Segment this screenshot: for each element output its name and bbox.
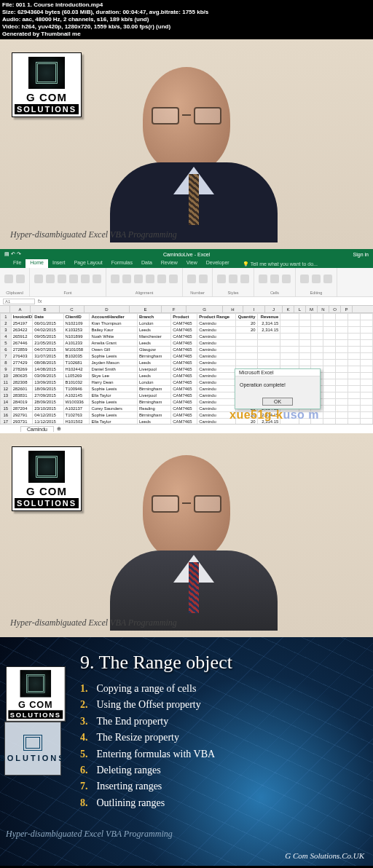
cell[interactable]: [348, 327, 361, 334]
cell[interactable]: [257, 353, 280, 360]
cell[interactable]: [257, 334, 280, 340]
ribbon-button-icon[interactable]: [157, 275, 166, 283]
cell[interactable]: [361, 379, 373, 386]
cell[interactable]: 27/09/2015: [33, 392, 63, 399]
cell[interactable]: T100946: [63, 386, 90, 392]
cell[interactable]: [323, 347, 336, 353]
cell[interactable]: [280, 314, 299, 320]
cell[interactable]: 2,314.15: [257, 320, 280, 327]
cell[interactable]: 06/01/2015: [33, 320, 63, 327]
column-header[interactable]: N: [318, 306, 329, 312]
cell[interactable]: CAM7465: [171, 347, 197, 353]
cell[interactable]: 04/12/2015: [33, 412, 63, 419]
cell[interactable]: Camindu: [197, 373, 236, 379]
row-header[interactable]: 12: [1, 386, 12, 392]
cell[interactable]: [361, 327, 373, 334]
ribbon-button-icon[interactable]: [4, 275, 13, 283]
column-header[interactable]: O: [329, 306, 341, 312]
cell[interactable]: [336, 373, 348, 379]
cell[interactable]: [299, 340, 311, 347]
cell[interactable]: [299, 327, 311, 334]
cell[interactable]: N101899: [63, 334, 90, 340]
cell[interactable]: Camindu: [197, 340, 236, 347]
column-header[interactable]: I: [243, 306, 265, 312]
cell[interactable]: [361, 406, 373, 412]
cell[interactable]: 283831: [11, 392, 33, 399]
cell[interactable]: Sophie Lewis: [90, 353, 137, 360]
cell[interactable]: Revenue: [257, 314, 280, 320]
row-header[interactable]: 16: [1, 412, 12, 419]
cell[interactable]: [361, 347, 373, 353]
cell[interactable]: [299, 334, 311, 340]
cell[interactable]: [323, 327, 336, 334]
column-header[interactable]: D: [85, 306, 130, 312]
cell[interactable]: [348, 412, 361, 419]
cell[interactable]: 08/08/2015: [33, 360, 63, 366]
cell[interactable]: 278269: [11, 366, 33, 373]
cell[interactable]: [348, 353, 361, 360]
ribbon-button-icon[interactable]: [134, 275, 143, 283]
cell[interactable]: 272859: [11, 347, 33, 353]
row-header[interactable]: 4: [1, 334, 12, 340]
cell[interactable]: 11/12/2015: [33, 419, 63, 425]
cell[interactable]: CAM7465: [171, 406, 197, 412]
ribbon-button-icon[interactable]: [46, 275, 55, 283]
dialog-ok-button[interactable]: OK: [262, 398, 293, 406]
cell[interactable]: M101058: [63, 347, 90, 353]
cell[interactable]: Harry Dean: [90, 379, 137, 386]
cell[interactable]: 2,314.15: [257, 327, 280, 334]
cell[interactable]: [348, 419, 361, 425]
cell[interactable]: 267446: [11, 340, 33, 347]
cell[interactable]: 18/09/2015: [33, 386, 63, 392]
column-header[interactable]: L: [294, 306, 306, 312]
cell[interactable]: [361, 392, 373, 399]
cell[interactable]: A102137: [63, 406, 90, 412]
cell[interactable]: CAM7465: [171, 392, 197, 399]
cell[interactable]: [336, 320, 348, 327]
cell[interactable]: [336, 379, 348, 386]
cell[interactable]: [257, 347, 280, 353]
cell[interactable]: 09/05/2015: [33, 334, 63, 340]
cell[interactable]: [336, 419, 348, 425]
cell[interactable]: T102681: [63, 360, 90, 366]
ribbon-button-icon[interactable]: [122, 275, 131, 283]
cell[interactable]: [361, 366, 373, 373]
cell[interactable]: CAM7465: [171, 399, 197, 406]
cell[interactable]: 04/07/2015: [33, 347, 63, 353]
fx-icon[interactable]: fx: [38, 299, 42, 304]
cell[interactable]: Branch: [137, 314, 170, 320]
cell[interactable]: Noah White: [90, 334, 137, 340]
row-header[interactable]: 15: [1, 406, 12, 412]
cell[interactable]: [323, 373, 336, 379]
cell[interactable]: [336, 366, 348, 373]
cell[interactable]: [323, 386, 336, 392]
cell[interactable]: 20: [236, 320, 258, 327]
cell[interactable]: [257, 360, 280, 366]
cell[interactable]: Birmingham: [137, 386, 170, 392]
ribbon-button-icon[interactable]: [58, 275, 66, 283]
column-header[interactable]: C: [60, 306, 85, 312]
row-header[interactable]: 6: [1, 347, 12, 353]
cell[interactable]: [280, 353, 299, 360]
ribbon-button-icon[interactable]: [146, 275, 154, 283]
cell[interactable]: [361, 320, 373, 327]
cell[interactable]: Ella Taylor: [90, 392, 137, 399]
cell[interactable]: [348, 379, 361, 386]
column-header[interactable]: A: [10, 306, 31, 312]
row-header[interactable]: 10: [1, 373, 12, 379]
cell[interactable]: CAM7465: [171, 379, 197, 386]
cell[interactable]: Reading: [137, 406, 170, 412]
cell[interactable]: [361, 340, 373, 347]
ribbon-tab-view[interactable]: View: [182, 259, 202, 268]
cell[interactable]: A101233: [63, 340, 90, 347]
column-header[interactable]: M: [306, 306, 318, 312]
cell[interactable]: CAM7465: [171, 412, 197, 419]
cell[interactable]: [348, 320, 361, 327]
cell[interactable]: CAM7465: [171, 334, 197, 340]
column-header[interactable]: F: [162, 306, 186, 312]
cell[interactable]: Birmingham: [137, 353, 170, 360]
cell[interactable]: [236, 334, 258, 340]
column-header[interactable]: B: [31, 306, 60, 312]
ribbon-tab-insert[interactable]: Insert: [48, 259, 70, 268]
column-header[interactable]: G: [186, 306, 223, 312]
